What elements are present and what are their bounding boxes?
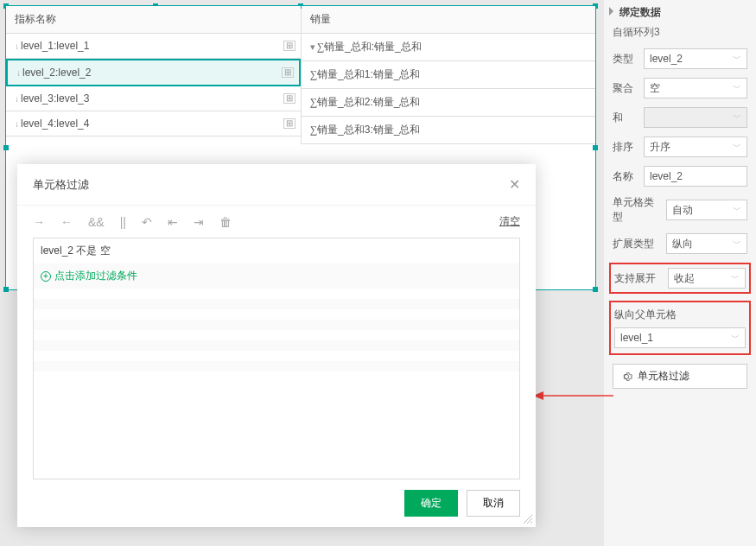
resize-grip-icon[interactable] <box>524 515 532 524</box>
sort-select[interactable]: 升序﹀ <box>644 136 747 157</box>
side-panel: 绑定数据 自循环列3 类型level_2﹀ 聚合空﹀ 和﹀ 排序升序﹀ 名称le… <box>604 0 756 546</box>
column-header-name[interactable]: 指标名称 <box>6 6 301 34</box>
chevron-down-icon: ﹀ <box>731 272 740 284</box>
highlight-support-expand: 支持展开收起﹀ <box>609 263 751 294</box>
field-label: 聚合 <box>613 81 638 96</box>
side-panel-title: 绑定数据 <box>613 5 747 20</box>
filter-condition[interactable]: level_2 不是 空 <box>41 244 111 257</box>
chevron-down-icon: ﹀ <box>731 332 740 344</box>
selection-handle[interactable] <box>593 145 598 150</box>
table-cell[interactable]: ↓level_3:level_3⊞ <box>6 86 301 111</box>
filter-condition-list[interactable]: level_2 不是 空 +点击添加过滤条件 <box>33 238 520 479</box>
chevron-down-icon: ﹀ <box>733 238 741 250</box>
funnel-icon: ▾ <box>310 41 315 52</box>
column-header-sales[interactable]: 销量 <box>302 6 596 34</box>
expand-tag-icon: ⊞ <box>283 41 295 51</box>
cell-filter-label: 单元格过滤 <box>638 369 689 384</box>
field-label: 排序 <box>613 140 638 155</box>
table-cell[interactable]: ▾∑销量_总和:销量_总和 <box>302 34 596 61</box>
close-button[interactable]: ✕ <box>509 176 520 193</box>
table-cell[interactable]: ↓level_4:level_4⊞ <box>6 111 301 136</box>
expand-down-icon: ↓ <box>15 94 19 104</box>
sigma-icon: ∑ <box>310 68 318 80</box>
dialog-title: 单元格过滤 <box>33 177 89 193</box>
clear-button[interactable]: 清空 <box>499 214 520 229</box>
table-cell[interactable]: ∑销量_总和2:销量_总和 <box>302 89 596 117</box>
chevron-down-icon: ﹀ <box>733 141 741 153</box>
celltype-select[interactable]: 自动﹀ <box>666 200 747 220</box>
field-label: 扩展类型 <box>613 237 661 251</box>
expand-down-icon: ↓ <box>16 68 21 78</box>
selection-handle[interactable] <box>3 287 9 292</box>
undo-icon[interactable]: ↶ <box>142 215 152 229</box>
table-cell[interactable]: ∑销量_总和1:销量_总和 <box>302 61 596 89</box>
plus-icon: + <box>41 271 51 282</box>
expand-down-icon: ↓ <box>15 119 19 129</box>
chevron-down-icon: ﹀ <box>733 82 741 94</box>
type-select[interactable]: level_2﹀ <box>644 48 747 69</box>
selection-handle[interactable] <box>593 287 598 292</box>
chevron-down-icon: ﹀ <box>733 53 741 65</box>
indent-left-icon[interactable]: ⇤ <box>168 215 178 229</box>
supportexpand-select[interactable]: 收起﹀ <box>668 268 746 289</box>
expand-tag-icon: ⊞ <box>282 67 294 78</box>
field-label: 单元格类型 <box>613 195 661 225</box>
delete-icon[interactable]: 🗑 <box>219 215 232 229</box>
and-icon[interactable]: && <box>88 215 105 229</box>
add-condition-button[interactable]: +点击添加过滤条件 <box>41 269 512 283</box>
expandtype-select[interactable]: 纵向﹀ <box>666 233 747 254</box>
ok-button[interactable]: 确定 <box>404 490 458 517</box>
cell-filter-dialog: 单元格过滤 ✕ → ← && || ↶ ⇤ ⇥ 🗑 清空 level_2 不是 … <box>17 164 536 527</box>
selection-handle[interactable] <box>3 145 9 150</box>
or-icon[interactable]: || <box>120 215 126 229</box>
sigma-icon: ∑ <box>310 124 318 136</box>
agg-select[interactable]: 空﹀ <box>644 78 747 98</box>
chevron-down-icon: ﹀ <box>733 204 741 216</box>
field-label: 支持展开 <box>614 271 663 286</box>
side-panel-subtitle: 自循环列3 <box>613 25 747 40</box>
expand-down-icon: ↓ <box>15 41 19 51</box>
name-input[interactable]: level_2 <box>644 166 747 187</box>
field-label: 和 <box>613 111 638 125</box>
sum-select[interactable]: ﹀ <box>644 107 747 128</box>
cancel-button[interactable]: 取消 <box>467 490 520 517</box>
expand-tag-icon: ⊞ <box>283 118 295 129</box>
field-label: 纵向父单元格 <box>614 308 746 322</box>
sigma-icon: ∑ <box>310 96 318 108</box>
arrow-left-icon[interactable]: ← <box>60 215 73 229</box>
field-label: 类型 <box>613 52 638 67</box>
gear-icon <box>620 371 632 383</box>
chevron-down-icon: ﹀ <box>733 111 741 124</box>
indent-right-icon[interactable]: ⇥ <box>194 215 204 229</box>
arrow-right-icon[interactable]: → <box>33 215 45 229</box>
expand-tag-icon: ⊞ <box>283 93 295 104</box>
table-cell-selected[interactable]: ↓level_2:level_2⊞ <box>6 59 301 86</box>
table-cell[interactable]: ↓level_1:level_1⊞ <box>6 34 301 59</box>
dialog-toolbar: → ← && || ↶ ⇤ ⇥ 🗑 清空 <box>17 206 536 238</box>
parentcell-select[interactable]: level_1﹀ <box>614 327 746 348</box>
sigma-icon: ∑ <box>317 41 325 53</box>
field-label: 名称 <box>613 169 638 184</box>
cell-filter-button[interactable]: 单元格过滤 <box>613 364 747 389</box>
highlight-parent-cell: 纵向父单元格 level_1﹀ <box>609 301 751 355</box>
table-cell[interactable]: ∑销量_总和3:销量_总和 <box>302 117 596 144</box>
